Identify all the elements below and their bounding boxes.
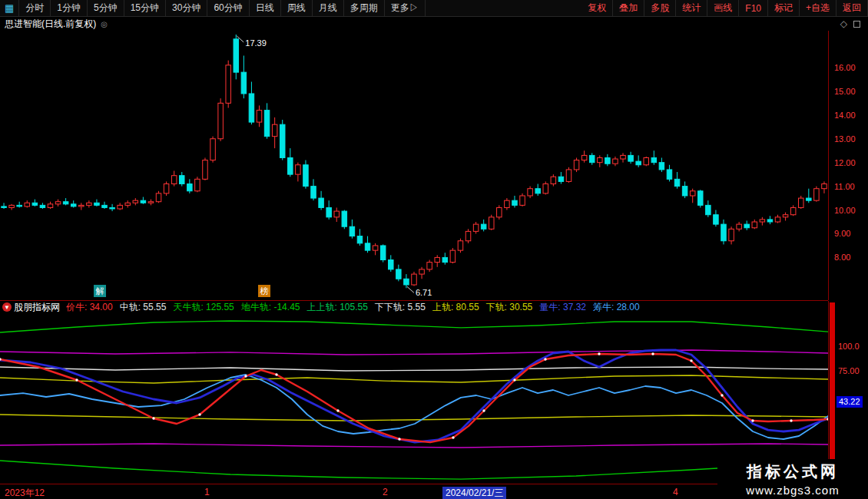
indicator-line-天牛轨 bbox=[0, 321, 828, 332]
candle-body bbox=[133, 200, 138, 203]
toolbar-item-多周期[interactable]: 多周期 bbox=[344, 0, 385, 16]
toolbar-item-日线[interactable]: 日线 bbox=[250, 0, 281, 16]
ind-value-下轨: 下轨: 30.55 bbox=[486, 301, 533, 314]
toolbar-item-60分钟[interactable]: 60分钟 bbox=[207, 0, 249, 16]
price-tick-label: 8.00 bbox=[834, 253, 850, 262]
toolbar-item-叠加[interactable]: 叠加 bbox=[613, 0, 644, 16]
candle-body bbox=[714, 215, 719, 224]
candle-body bbox=[674, 179, 680, 186]
date-label: 2023年12 bbox=[5, 487, 45, 499]
candle-body bbox=[473, 224, 479, 231]
date-label-selected: 2024/02/21/三 bbox=[442, 487, 506, 499]
line-marker-dot bbox=[244, 375, 247, 377]
toolbar-item-30分钟[interactable]: 30分钟 bbox=[166, 0, 207, 16]
candle-body bbox=[110, 207, 115, 209]
indicator-source-icon[interactable]: ▼ bbox=[2, 302, 12, 312]
candle-body bbox=[164, 184, 169, 193]
candle-body bbox=[628, 155, 634, 161]
toolbar-item-周线[interactable]: 周线 bbox=[281, 0, 313, 16]
toolbar-item-1分钟[interactable]: 1分钟 bbox=[51, 0, 88, 16]
main-price-axis: 16.0015.0014.0013.0012.0011.0010.009.008… bbox=[828, 31, 868, 300]
candle-body bbox=[350, 226, 355, 236]
candlestick-chart[interactable]: 17.396.71解榜 bbox=[0, 31, 828, 298]
candle-body bbox=[528, 189, 533, 196]
candle-body bbox=[644, 157, 649, 164]
candle-body bbox=[760, 220, 765, 222]
ind-value-筹牛: 筹牛: 28.00 bbox=[593, 301, 640, 314]
diamond-icon[interactable]: ◇ bbox=[840, 18, 847, 29]
indicator-line-筹牛 bbox=[0, 375, 828, 439]
trough-tick bbox=[407, 286, 414, 292]
title-bar: 思进智能(日线.前复权) ◎ ◇ bbox=[0, 17, 868, 31]
indicator-line-下轨 bbox=[0, 415, 828, 421]
candle-body bbox=[458, 241, 463, 250]
toolbar-item-+自选[interactable]: +自选 bbox=[800, 0, 837, 16]
toolbar-item-多股[interactable]: 多股 bbox=[644, 0, 676, 16]
indicator-line-地牛轨 bbox=[0, 461, 828, 479]
price-tick-label: 12.00 bbox=[834, 158, 856, 167]
ind-value-上轨: 上轨: 80.55 bbox=[432, 301, 479, 314]
watermark: 指标公式网 www.zbgs3.com bbox=[717, 459, 868, 499]
price-tick-label: 14.00 bbox=[834, 111, 856, 120]
candle-body bbox=[396, 269, 402, 279]
price-tick-label: 9.00 bbox=[834, 229, 850, 238]
peak-price-label: 17.39 bbox=[245, 38, 267, 48]
indicator-chart[interactable] bbox=[0, 313, 828, 484]
ind-value-价牛: 价牛: 34.00 bbox=[66, 301, 113, 314]
toolbar-item-分时[interactable]: 分时 bbox=[19, 0, 51, 16]
toolbar-item-复权[interactable]: 复权 bbox=[581, 0, 613, 16]
chevron-down-icon[interactable]: ◎ bbox=[101, 20, 108, 28]
toolbar-item-F10[interactable]: F10 bbox=[739, 0, 768, 16]
candle-body bbox=[218, 103, 224, 138]
toolbar-item-标记[interactable]: 标记 bbox=[768, 0, 800, 16]
toolbar-item-画线[interactable]: 画线 bbox=[707, 0, 739, 16]
candle-body bbox=[102, 205, 108, 207]
candle-body bbox=[241, 72, 247, 94]
price-tick-label: 11.00 bbox=[834, 182, 855, 191]
toolbar-item-5分钟[interactable]: 5分钟 bbox=[88, 0, 124, 16]
line-marker-dot bbox=[790, 419, 792, 421]
marker-badge-榜: 榜 bbox=[258, 285, 270, 297]
candle-body bbox=[389, 260, 394, 269]
price-tick-label: 13.00 bbox=[834, 134, 856, 144]
candle-body bbox=[651, 157, 657, 162]
candle-body bbox=[272, 124, 277, 136]
candle-body bbox=[574, 160, 579, 170]
line-marker-dot bbox=[75, 378, 78, 381]
candle-body bbox=[442, 257, 448, 262]
indicator-line-上轨 bbox=[0, 375, 828, 383]
candle-body bbox=[822, 184, 827, 189]
candle-body bbox=[156, 193, 161, 202]
candle-body bbox=[25, 203, 30, 207]
candle-body bbox=[180, 176, 185, 184]
candle-body bbox=[744, 224, 750, 228]
candle-body bbox=[721, 224, 727, 241]
line-marker-dot bbox=[598, 352, 600, 355]
toolbar-item-15分钟[interactable]: 15分钟 bbox=[124, 0, 166, 16]
toolbar-item-返回[interactable]: 返回 bbox=[837, 0, 868, 16]
ind-value-中轨: 中轨: 55.55 bbox=[120, 301, 167, 314]
panel-layout-icon[interactable] bbox=[853, 21, 860, 28]
indicator-line-上上轨 bbox=[0, 350, 828, 355]
toolbar-item-更多▷[interactable]: 更多▷ bbox=[385, 0, 426, 16]
candle-body bbox=[234, 39, 239, 72]
candle-body bbox=[63, 202, 68, 204]
candle-body bbox=[141, 200, 146, 203]
candle-body bbox=[450, 250, 456, 262]
candle-body bbox=[613, 159, 618, 164]
candle-body bbox=[404, 279, 409, 285]
toolbar: ▦ 分时1分钟5分钟15分钟30分钟60分钟日线周线月线多周期更多▷ 复权叠加多… bbox=[0, 0, 868, 17]
indicator-line-下下轨 bbox=[0, 444, 828, 448]
line-marker-dot bbox=[690, 359, 692, 362]
indicator-source-name: 股朋指标网 bbox=[14, 301, 60, 314]
ind-value-地牛轨: 地牛轨: -14.45 bbox=[241, 301, 300, 314]
candle-body bbox=[589, 155, 595, 162]
candle-body bbox=[605, 157, 611, 164]
stock-title: 思进智能(日线.前复权) bbox=[5, 18, 96, 31]
ind-value-上上轨: 上上轨: 105.55 bbox=[306, 301, 367, 314]
toolbar-item-统计[interactable]: 统计 bbox=[676, 0, 707, 16]
toolbar-item-月线[interactable]: 月线 bbox=[313, 0, 344, 16]
candle-body bbox=[520, 196, 525, 205]
candle-body bbox=[535, 189, 541, 193]
app-grid-icon[interactable]: ▦ bbox=[0, 0, 19, 16]
